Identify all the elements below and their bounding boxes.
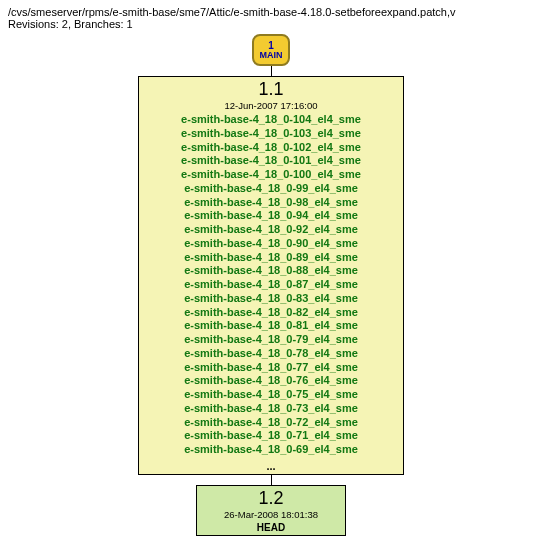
branch-number: 1 xyxy=(268,41,274,51)
revision-graph: 1 MAIN 1.1 12-Jun-2007 17:16:00 e-smith-… xyxy=(8,34,534,536)
revision-tag: e-smith-base-4_18_0-89_el4_sme xyxy=(184,251,358,265)
revision-tag: e-smith-base-4_18_0-81_el4_sme xyxy=(184,319,358,333)
connector-line xyxy=(271,475,272,485)
revision-tag: e-smith-base-4_18_0-76_el4_sme xyxy=(184,374,358,388)
revision-tag: e-smith-base-4_18_0-73_el4_sme xyxy=(184,402,358,416)
revision-tag: e-smith-base-4_18_0-92_el4_sme xyxy=(184,223,358,237)
tag-list: e-smith-base-4_18_0-104_el4_smee-smith-b… xyxy=(181,113,361,457)
revision-tag: e-smith-base-4_18_0-104_el4_sme xyxy=(181,113,361,127)
revision-tag: e-smith-base-4_18_0-77_el4_sme xyxy=(184,361,358,375)
repo-meta: Revisions: 2, Branches: 1 xyxy=(8,18,534,30)
revision-tag: e-smith-base-4_18_0-75_el4_sme xyxy=(184,388,358,402)
revision-tag: e-smith-base-4_18_0-69_el4_sme xyxy=(184,443,358,457)
revision-date: 12-Jun-2007 17:16:00 xyxy=(225,100,318,111)
revision-tag: e-smith-base-4_18_0-82_el4_sme xyxy=(184,306,358,320)
revision-tag: e-smith-base-4_18_0-78_el4_sme xyxy=(184,347,358,361)
revision-tag: e-smith-base-4_18_0-102_el4_sme xyxy=(181,141,361,155)
revision-tag: e-smith-base-4_18_0-88_el4_sme xyxy=(184,264,358,278)
branch-label: MAIN xyxy=(260,51,283,60)
tag-ellipsis: ... xyxy=(266,460,275,472)
revision-tag: e-smith-base-4_18_0-72_el4_sme xyxy=(184,416,358,430)
revision-tag: e-smith-base-4_18_0-79_el4_sme xyxy=(184,333,358,347)
revision-date: 26-Mar-2008 18:01:38 xyxy=(224,509,318,520)
branch-badge-main: 1 MAIN xyxy=(252,34,290,66)
revision-tag: e-smith-base-4_18_0-101_el4_sme xyxy=(181,154,361,168)
revision-tag: e-smith-base-4_18_0-71_el4_sme xyxy=(184,429,358,443)
revision-tag: e-smith-base-4_18_0-99_el4_sme xyxy=(184,182,358,196)
revision-tag: e-smith-base-4_18_0-103_el4_sme xyxy=(181,127,361,141)
revision-node-1-2[interactable]: 1.2 26-Mar-2008 18:01:38 HEAD xyxy=(196,485,346,536)
revision-tag: e-smith-base-4_18_0-87_el4_sme xyxy=(184,278,358,292)
revision-tag: e-smith-base-4_18_0-94_el4_sme xyxy=(184,209,358,223)
revision-tag: e-smith-base-4_18_0-98_el4_sme xyxy=(184,196,358,210)
connector-line xyxy=(271,66,272,76)
revision-tag: e-smith-base-4_18_0-83_el4_sme xyxy=(184,292,358,306)
revision-version: 1.1 xyxy=(258,79,283,100)
repo-path: /cvs/smeserver/rpms/e-smith-base/sme7/At… xyxy=(8,6,534,18)
revision-head-label: HEAD xyxy=(257,522,285,533)
revision-tag: e-smith-base-4_18_0-90_el4_sme xyxy=(184,237,358,251)
revision-version: 1.2 xyxy=(258,488,283,509)
revision-node-1-1[interactable]: 1.1 12-Jun-2007 17:16:00 e-smith-base-4_… xyxy=(138,76,404,475)
revision-tag: e-smith-base-4_18_0-100_el4_sme xyxy=(181,168,361,182)
